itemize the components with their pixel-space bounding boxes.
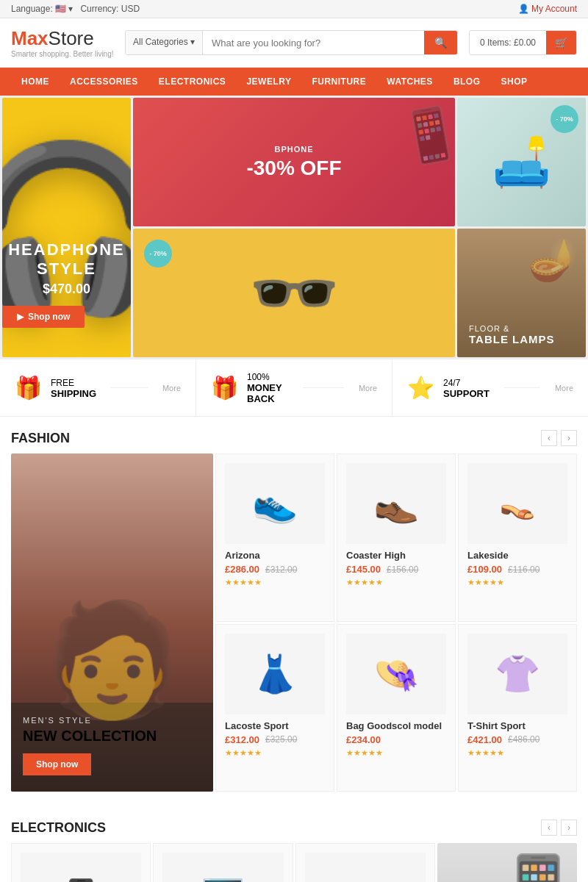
product-arizona-name: Arizona: [225, 550, 325, 561]
lamp-image: 🪔: [528, 236, 578, 284]
product-arizona-sale: £286.00: [225, 564, 259, 575]
shipping-label: SHIPPING: [51, 388, 96, 399]
product-tshirt-stars: ★★★★★: [467, 748, 567, 758]
product-coaster-orig: £156.00: [387, 564, 418, 575]
support-label: SUPPORT: [443, 388, 490, 399]
logo-store: Store: [49, 27, 94, 49]
product-coaster[interactable]: 👞 Coaster High £145.00 £156.00 ★★★★★: [337, 453, 456, 622]
cart-button[interactable]: 🛒: [546, 31, 576, 54]
fashion-prev-button[interactable]: ‹: [541, 430, 557, 446]
moneyback-more-link[interactable]: More: [359, 384, 377, 392]
support-more-link[interactable]: More: [555, 384, 573, 392]
sunglasses-banner[interactable]: 🕶️ - 70%: [133, 229, 455, 357]
headphone-banner[interactable]: 🎧 HEADPHONE STYLE $470.00 ▶ Shop now: [2, 98, 131, 357]
sofa-banner[interactable]: 🛋️ - 70%: [457, 98, 586, 226]
bphone-label: BPHONE: [274, 145, 313, 154]
product-arizona-stars: ★★★★★: [225, 578, 325, 587]
product-coaster-stars: ★★★★★: [346, 578, 446, 587]
product-lakeside-img: 👡: [467, 463, 567, 544]
fashion-product-grid: 👟 Arizona £286.00 £312.00 ★★★★★ 👞 Coaste…: [215, 453, 577, 792]
feature-divider2: [303, 387, 344, 388]
electronics-prev-button[interactable]: ‹: [541, 820, 557, 836]
topbar-left: Language: 🇺🇸 ▾ Currency: USD: [11, 4, 140, 14]
logo-max: Max: [11, 27, 49, 49]
feature-shipping: 🎁 FREE SHIPPING More: [0, 359, 196, 416]
nav-accessories[interactable]: ACCESSORIES: [60, 68, 148, 96]
fashion-next-button[interactable]: ›: [561, 430, 577, 446]
product-bag-stars: ★★★★★: [346, 748, 446, 758]
cart-area: 0 Items: £0.00 🛒: [469, 30, 577, 55]
product-tshirt[interactable]: 👚 T-Shirt Sport £421.00 £486.00 ★★★★★: [458, 624, 577, 792]
search-input[interactable]: [203, 31, 424, 54]
currency-selector[interactable]: Currency: USD: [80, 4, 140, 14]
moneyback-icon: 🎁: [211, 375, 238, 401]
product-sony[interactable]: 🖥️ Sony Z5 premium £413.00 £435.00: [153, 843, 293, 882]
product-tshirt-orig: £486.00: [508, 734, 539, 745]
electronics-section-header: ELECTRONICS ‹ ›: [0, 806, 588, 843]
my-account-link[interactable]: 👤 My Account: [518, 4, 577, 14]
product-tshirt-img: 👚: [467, 634, 567, 714]
nav-furniture[interactable]: FURNITURE: [301, 68, 376, 96]
sunglasses-image: 🕶️: [248, 250, 340, 337]
category-dropdown[interactable]: All Categories ▾: [126, 31, 203, 54]
header: MaxStore Smarter shopping. Better living…: [0, 18, 588, 68]
product-asus-img: 💻: [305, 853, 426, 882]
fashion-banner[interactable]: 🧑 MEN'S STYLE NEW COLLECTION Shop now: [11, 453, 213, 792]
product-lacoste-name: Lacoste Sport: [225, 720, 325, 731]
language-selector[interactable]: Language: 🇺🇸 ▾: [11, 4, 73, 14]
fashion-shop-now-button[interactable]: Shop now: [23, 753, 91, 775]
nav-home[interactable]: HOME: [11, 68, 60, 96]
headphone-banner-elec[interactable]: 📱 HEADPHONE: [437, 843, 577, 882]
fashion-section-header: FASHION ‹ ›: [0, 417, 588, 453]
user-icon: 👤: [518, 4, 529, 14]
product-blackberry[interactable]: 📱 Blackberry Passpost £526.00 £564.00: [11, 843, 151, 882]
product-lacoste-orig: £325.00: [265, 734, 297, 745]
nav-electronics[interactable]: ELECTRONICS: [148, 68, 237, 96]
product-arizona-orig: £312.00: [265, 564, 297, 575]
support-label-hrs: 24/7: [443, 378, 460, 388]
product-bag-img: 👒: [346, 634, 446, 714]
search-bar: All Categories ▾ 🔍: [125, 30, 458, 55]
product-tshirt-name: T-Shirt Sport: [467, 720, 567, 731]
fashion-title: FASHION: [11, 431, 70, 446]
lamp-line1: FLOOR &: [469, 324, 574, 333]
shipping-more-link[interactable]: More: [162, 384, 181, 392]
product-coaster-prices: £145.00 £156.00: [346, 564, 446, 575]
product-arizona[interactable]: 👟 Arizona £286.00 £312.00 ★★★★★: [215, 453, 334, 622]
electronics-next-button[interactable]: ›: [561, 820, 577, 836]
product-bag[interactable]: 👒 Bag Goodscol model £234.00 ★★★★★: [337, 624, 456, 792]
sunglasses-discount-badge: - 70%: [144, 240, 172, 268]
product-sony-img: 🖥️: [162, 853, 283, 882]
shop-now-button[interactable]: ▶ Shop now: [2, 306, 85, 328]
product-lakeside-prices: £109.00 £116.00: [467, 564, 567, 575]
electronics-nav: ‹ ›: [541, 820, 577, 836]
product-lakeside[interactable]: 👡 Lakeside £109.00 £116.00 ★★★★★: [458, 453, 577, 622]
product-lakeside-sale: £109.00: [467, 564, 502, 575]
nav-watches[interactable]: WATCHES: [376, 68, 443, 96]
main-nav: HOME ACCESSORIES ELECTRONICS JEWELRY FUR…: [0, 68, 588, 96]
bphone-banner[interactable]: 📱 BPHONE -30% OFF: [133, 98, 455, 226]
feature-support-text: 24/7 SUPPORT: [443, 377, 490, 399]
search-button[interactable]: 🔍: [424, 31, 457, 54]
fashion-person-image: 🧑: [11, 595, 213, 725]
feature-moneyback: 🎁 100% MONEY BACK More: [196, 359, 392, 416]
product-arizona-img: 👟: [225, 463, 325, 544]
logo[interactable]: MaxStore Smarter shopping. Better living…: [11, 27, 114, 58]
nav-jewelry[interactable]: JEWELRY: [236, 68, 301, 96]
product-coaster-name: Coaster High: [346, 550, 446, 561]
nav-shop[interactable]: SHOP: [491, 68, 538, 96]
sofa-discount-badge: - 70%: [551, 105, 578, 133]
product-bag-name: Bag Goodscol model: [346, 720, 446, 731]
fashion-banner-bg: 🧑 MEN'S STYLE NEW COLLECTION Shop now: [11, 453, 213, 792]
product-lacoste-img: 👗: [225, 634, 325, 714]
lamps-banner[interactable]: 🪔 FLOOR & TABLE LAMPS: [457, 229, 586, 357]
product-coaster-sale: £145.00: [346, 564, 381, 575]
logo-tagline: Smarter shopping. Better living!: [11, 50, 114, 58]
nav-blog[interactable]: BLOG: [443, 68, 491, 96]
headphone-price: $470.00: [2, 282, 131, 297]
product-lacoste[interactable]: 👗 Lacoste Sport £312.00 £325.00 ★★★★★: [215, 624, 334, 792]
moneyback-label: MONEY BACK: [247, 382, 288, 404]
product-asus[interactable]: 💻 Asus 550a £489.00 £509.00: [295, 843, 435, 882]
feature-shipping-text: FREE SHIPPING: [51, 377, 96, 399]
product-lacoste-stars: ★★★★★: [225, 748, 325, 758]
